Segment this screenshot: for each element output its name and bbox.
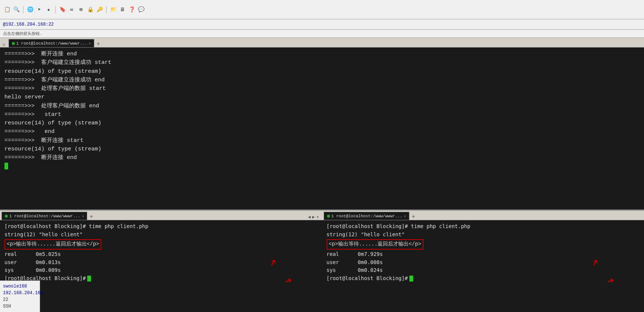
separator-1 bbox=[23, 6, 23, 13]
bottom-right-terminal[interactable]: [root@localhost Blocking]# time php clie… bbox=[322, 220, 644, 312]
bottom-right-tab[interactable]: 1 root@localhost:/www/wwwr... ✕ bbox=[324, 212, 409, 220]
toolbar-icons: 📋 🔍 🌐 ➤ ★ 🔖 ✉ ⊞ 🔒 🔑 📁 🖥 ❓ 💬 bbox=[3, 6, 145, 14]
address-text: @192.168.204.168:22 bbox=[3, 22, 54, 27]
br-terminal-line7-row: [root@localhost Blocking]# bbox=[327, 274, 640, 283]
bl-terminal-line1: [root@localhost Blocking]# time php clie… bbox=[4, 222, 318, 231]
br-tab-label: 1 root@localhost:/www/wwwr... bbox=[331, 214, 402, 218]
sidebar-item-1[interactable]: swoole168 bbox=[3, 283, 37, 290]
hintbar: 点击左侧的箭头按钮. bbox=[0, 30, 644, 38]
top-tab-add[interactable]: + bbox=[95, 40, 101, 47]
sidebar-item-2[interactable]: 192.168.204.168 bbox=[3, 290, 37, 296]
grid-icon[interactable]: ⊞ bbox=[77, 6, 85, 14]
toolbar: 📋 🔍 🌐 ➤ ★ 🔖 ✉ ⊞ 🔒 🔑 📁 🖥 ❓ 💬 bbox=[0, 0, 644, 19]
new-icon[interactable]: 📋 bbox=[3, 6, 11, 14]
bl-cursor bbox=[87, 276, 91, 282]
bottom-left-wrapper: 1 root@localhost:/www/wwwr... ✕ + ◀ ▶ ▾ … bbox=[0, 211, 322, 312]
top-tab-close[interactable]: ✕ bbox=[89, 41, 91, 46]
bottom-left-tab-bar: 1 root@localhost:/www/wwwr... ✕ + ◀ ▶ ▾ bbox=[0, 211, 322, 220]
br-red-box-container: <p>输出等待......返回后才输出</p> bbox=[327, 239, 640, 250]
help-icon[interactable]: ❓ bbox=[128, 6, 136, 14]
bottom-left-terminal[interactable]: [root@localhost Blocking]# time php clie… bbox=[0, 220, 322, 312]
mail-icon[interactable]: ✉ bbox=[68, 6, 76, 14]
bottom-pane: 1 root@localhost:/www/wwwr... ✕ + ◀ ▶ ▾ … bbox=[0, 211, 644, 312]
bl-tab-dot bbox=[5, 215, 8, 218]
br-tab-dot bbox=[327, 215, 330, 218]
main-area: ⊏ 1 root@localhost:/www/wwwr... ✕ + ====… bbox=[0, 38, 644, 312]
br-terminal-line6: sys 0m0.024s bbox=[327, 266, 640, 274]
br-terminal-line2: string(12) "hello client" bbox=[327, 231, 640, 239]
bl-tab-close[interactable]: ✕ bbox=[82, 214, 84, 218]
sidebar-item-4[interactable]: SSH bbox=[3, 303, 37, 310]
top-tab-label: 1 root@localhost:/www/wwwr... bbox=[16, 41, 87, 46]
folder-icon[interactable]: 📁 bbox=[109, 6, 117, 14]
top-terminal-output: ======>>> 断开连接 end ======>>> 客户端建立连接成功 s… bbox=[4, 50, 640, 162]
br-terminal-line7: [root@localhost Blocking]# bbox=[327, 274, 408, 283]
scroll-arrows-left[interactable]: ◀ ▶ ▾ bbox=[307, 214, 321, 220]
bl-tab-add[interactable]: + bbox=[88, 213, 94, 220]
lock-icon[interactable]: 🔒 bbox=[86, 6, 94, 14]
top-tab-active[interactable]: 1 root@localhost:/www/wwwr... ✕ bbox=[9, 39, 94, 47]
bl-tab-label: 1 root@localhost:/www/wwwr... bbox=[9, 214, 80, 218]
bl-red-box: <p>输出等待......返回后才输出</p> bbox=[4, 239, 101, 250]
br-red-box: <p>输出等待......返回后才输出</p> bbox=[327, 239, 424, 250]
nav-icon[interactable]: ➤ bbox=[35, 6, 43, 14]
bottom-right-wrapper: 1 root@localhost:/www/wwwr... ✕ + [root@… bbox=[322, 211, 644, 312]
scroll-down-icon[interactable]: ▾ bbox=[316, 214, 319, 220]
bottom-right-tab-bar: 1 root@localhost:/www/wwwr... ✕ + bbox=[322, 211, 644, 220]
top-pane: ⊏ 1 root@localhost:/www/wwwr... ✕ + ====… bbox=[0, 38, 644, 211]
monitor-icon[interactable]: 🖥 bbox=[118, 6, 127, 14]
separator-3 bbox=[106, 6, 107, 13]
tab-dot bbox=[12, 42, 15, 45]
bookmark-icon[interactable]: 🔖 bbox=[58, 6, 66, 14]
sidebar: swoole168 192.168.204.168 22 SSH bbox=[0, 280, 40, 312]
globe-icon[interactable]: 🌐 bbox=[26, 6, 34, 14]
bl-red-box-container: <p>输出等待......返回后才输出</p> bbox=[4, 239, 318, 250]
bl-terminal-line2: string(12) "hello client" bbox=[4, 231, 318, 239]
br-tab-add[interactable]: + bbox=[410, 213, 416, 220]
top-tab-bar: ⊏ 1 root@localhost:/www/wwwr... ✕ + bbox=[0, 38, 644, 48]
collapse-icon[interactable]: ⊏ bbox=[1, 42, 7, 47]
separator-2 bbox=[55, 6, 56, 13]
addressbar: @192.168.204.168:22 bbox=[0, 19, 644, 30]
bl-terminal-line6: sys 0m0.009s bbox=[4, 266, 318, 274]
star-icon[interactable]: ★ bbox=[45, 6, 53, 14]
br-terminal-line1: [root@localhost Blocking]# time php clie… bbox=[327, 222, 640, 231]
chat-icon[interactable]: 💬 bbox=[137, 6, 145, 14]
hint-text: 点击左侧的箭头按钮. bbox=[3, 31, 42, 36]
scroll-left-icon[interactable]: ◀ bbox=[308, 214, 311, 220]
scroll-right-icon[interactable]: ▶ bbox=[312, 214, 315, 220]
search-icon[interactable]: 🔍 bbox=[12, 6, 20, 14]
top-terminal[interactable]: ======>>> 断开连接 end ======>>> 客户端建立连接成功 s… bbox=[0, 48, 644, 209]
br-tab-close[interactable]: ✕ bbox=[404, 214, 406, 218]
br-cursor bbox=[409, 276, 413, 282]
key-icon[interactable]: 🔑 bbox=[95, 6, 104, 14]
cursor bbox=[4, 163, 8, 169]
bottom-left-tab[interactable]: 1 root@localhost:/www/wwwr... ✕ bbox=[1, 212, 87, 220]
bl-terminal-line7-row: [root@localhost Blocking]# bbox=[4, 274, 318, 283]
sidebar-item-3[interactable]: 22 bbox=[3, 296, 37, 303]
